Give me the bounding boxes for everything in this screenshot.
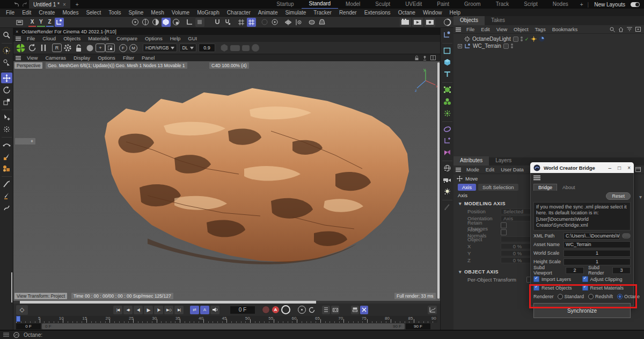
menu-item[interactable]: Render: [335, 10, 361, 16]
primitive-objects-icon[interactable]: [1, 163, 12, 174]
objects-menu-item[interactable]: Tags: [532, 26, 549, 32]
panel-options-icon[interactable]: [635, 167, 644, 172]
selection-move-icon[interactable]: [1, 112, 12, 122]
range-start-field[interactable]: 0 F: [16, 323, 41, 329]
chevron-down-icon[interactable]: ▾: [639, 194, 642, 200]
renderer-option[interactable]: Standard: [558, 294, 584, 299]
axis-x-button[interactable]: X: [28, 18, 36, 27]
menu-item[interactable]: Modes: [58, 10, 82, 16]
menu-item[interactable]: Help: [445, 10, 464, 16]
menu-item[interactable]: Tracker: [310, 10, 335, 16]
reset-button[interactable]: Reset: [606, 192, 631, 200]
visibility-dots[interactable]: [511, 44, 513, 48]
viewport-menu-item[interactable]: Options: [94, 55, 119, 61]
edges-mode-icon[interactable]: [141, 18, 150, 27]
y-percent-field[interactable]: 0 %: [501, 250, 534, 256]
filter-icon[interactable]: [627, 27, 632, 32]
text-object-icon[interactable]: [442, 69, 453, 80]
objects-menu-item[interactable]: File: [463, 26, 478, 32]
menu-item[interactable]: Character: [223, 10, 254, 16]
layout-tab[interactable]: Track: [488, 0, 517, 9]
octane-menu-icon[interactable]: [13, 37, 23, 41]
redo-icon[interactable]: [20, 2, 29, 7]
autokey-button[interactable]: A: [272, 306, 279, 313]
octane-menu-item[interactable]: Options: [141, 35, 166, 41]
camera-response-dropdown[interactable]: HDR/sRGB: [143, 44, 177, 52]
timeline-playhead[interactable]: [16, 316, 20, 322]
texture-mode-icon[interactable]: [172, 18, 181, 27]
focus-picker-icon[interactable]: F: [119, 44, 127, 52]
kernel-dropdown[interactable]: DL: [179, 44, 196, 52]
z-percent-field[interactable]: 0 %: [501, 257, 534, 263]
menu-item[interactable]: Select: [82, 10, 105, 16]
coordinates-icon[interactable]: [1, 124, 12, 134]
menu-item[interactable]: Octane: [394, 10, 419, 16]
menu-item[interactable]: Tools: [105, 10, 125, 16]
menu-item[interactable]: Window: [419, 10, 446, 16]
prev-frame-button[interactable]: ◀|: [134, 306, 143, 314]
document-tab[interactable]: Untitled 1 * ×: [29, 0, 70, 9]
left-palette-scrollbar[interactable]: [11, 272, 12, 302]
octane-menu-item[interactable]: File: [23, 35, 39, 41]
menu-item[interactable]: Volume: [168, 10, 193, 16]
home-icon[interactable]: [618, 27, 624, 32]
new-document-icon[interactable]: +: [76, 2, 79, 8]
undo-icon[interactable]: [12, 2, 20, 7]
synchronize-button[interactable]: Synchronize: [533, 303, 631, 318]
octane-menu-item[interactable]: Materials: [84, 35, 113, 41]
x-percent-field[interactable]: 0 %: [501, 243, 534, 249]
axis-z-button[interactable]: Z: [46, 18, 54, 27]
objects-menu-item[interactable]: Object: [510, 26, 531, 32]
menu-item[interactable]: Simulate: [281, 10, 310, 16]
workplane-box-icon[interactable]: [15, 18, 24, 27]
panel-tab[interactable]: Objects: [453, 16, 485, 25]
viewport-vertical-scrollbar[interactable]: [437, 62, 440, 299]
play-button[interactable]: ▶: [144, 306, 153, 314]
clay-mode-icon[interactable]: [85, 43, 95, 53]
viewport-lock-icon[interactable]: [414, 55, 419, 61]
tool-mode-button[interactable]: Soft Selection: [478, 184, 518, 191]
collapse-icon[interactable]: ▾: [459, 269, 462, 275]
grid-icon[interactable]: [236, 18, 245, 27]
keyframe-diamond-icon[interactable]: ◇: [16, 305, 28, 315]
layout-tab[interactable]: Sculpt: [368, 0, 398, 9]
viewport-pin-icon[interactable]: [422, 55, 427, 61]
minimize-icon[interactable]: –: [609, 165, 612, 171]
octane-menu-item[interactable]: Cloud: [39, 35, 60, 41]
cut-keys-icon[interactable]: [360, 306, 368, 314]
sound-button[interactable]: [210, 306, 219, 314]
dialog-tab[interactable]: Bridge: [533, 184, 557, 191]
layout-tab[interactable]: Standard: [302, 0, 339, 9]
option-checkbox[interactable]: Import Layers: [533, 276, 582, 282]
next-key-button[interactable]: ▶◇: [164, 306, 173, 314]
array-object-icon[interactable]: [442, 96, 453, 107]
camera-object-icon[interactable]: [442, 175, 453, 185]
record-parameter-icon[interactable]: [322, 306, 330, 314]
octane-close-icon[interactable]: ×: [16, 29, 18, 34]
status-menu-icon[interactable]: [3, 333, 9, 337]
close-icon[interactable]: ×: [627, 165, 631, 171]
add-render-target-icon[interactable]: +: [96, 44, 105, 52]
record-rotation-icon[interactable]: [308, 306, 315, 313]
layouts-toggle[interactable]: [631, 2, 640, 7]
scale-tool-icon[interactable]: [1, 96, 12, 107]
record-position-icon[interactable]: [298, 306, 306, 314]
objects-menu-icon[interactable]: [453, 27, 463, 32]
objects-menu-item[interactable]: View: [493, 26, 510, 32]
attributes-menu-item[interactable]: Edit: [482, 167, 497, 172]
snap-settings-icon[interactable]: [223, 18, 232, 27]
tree-row-wcterrain[interactable]: WC_Terrain: [453, 42, 644, 49]
renderer-option[interactable]: Octane: [617, 294, 640, 299]
object-name[interactable]: WC_Terrain: [473, 43, 501, 49]
viewport-menu-item[interactable]: Panel: [138, 55, 158, 61]
attributes-menu-item[interactable]: User Data: [497, 167, 527, 172]
octane-menu-item[interactable]: GUI: [184, 35, 201, 41]
objects-menu-item[interactable]: Edit: [478, 26, 493, 32]
maximize-icon[interactable]: □: [618, 165, 621, 171]
axis-center-icon[interactable]: [270, 18, 280, 27]
sky-object-icon[interactable]: [442, 163, 453, 174]
pause-render-icon[interactable]: [38, 43, 48, 53]
range-bar[interactable]: 0 F 90 F: [42, 323, 405, 329]
keyframe-selection-button[interactable]: [281, 305, 290, 314]
capsule-icon[interactable]: [308, 18, 317, 27]
